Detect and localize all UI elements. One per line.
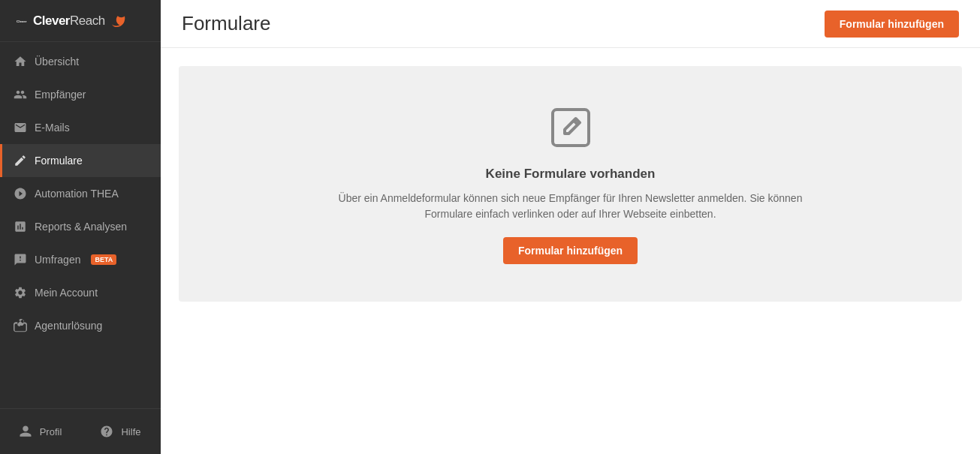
sidebar-item-automation[interactable]: Automation THEA [0,177,161,210]
sidebar-item-label: Reports & Analysen [35,221,127,233]
users-icon [14,88,27,101]
sidebar-item-agentur[interactable]: Agenturlösung [0,309,161,342]
sidebar-nav: Übersicht Empfänger E-Mails Formulare [0,42,161,408]
sidebar-item-reports[interactable]: Reports & Analysen [0,210,161,243]
empty-state-title: Keine Formulare vorhanden [486,167,656,182]
sidebar-item-label: E-Mails [35,122,70,134]
automation-icon [14,187,27,200]
svg-text:Clever: Clever [17,19,27,23]
sidebar-item-label: Mein Account [35,287,98,299]
sidebar-item-formulare[interactable]: Formulare [0,144,161,177]
add-form-button-empty[interactable]: Formular hinzufügen [503,237,638,264]
empty-state: Keine Formulare vorhanden Über ein Anmel… [179,66,962,302]
page-header: Formulare Formular hinzufügen [161,0,980,48]
sidebar-item-label: Empfänger [35,89,86,101]
svg-rect-1 [553,110,589,146]
bird-icon [111,15,126,27]
reports-icon [14,220,27,233]
sidebar-item-account[interactable]: Mein Account [0,276,161,309]
form-icon [14,154,27,167]
sidebar-item-uebersicht[interactable]: Übersicht [0,45,161,78]
page-title: Formulare [182,12,270,35]
settings-icon [14,286,27,299]
profile-icon [19,425,32,438]
logo: Clever CleverReach [0,0,161,42]
sidebar-item-umfragen[interactable]: Umfragen Beta [0,243,161,276]
empty-state-description: Über ein Anmeldeformular können sich neu… [323,191,819,222]
home-icon [14,55,27,68]
logo-text: CleverReach [33,14,126,29]
sidebar-item-label: Übersicht [35,56,79,68]
sidebar-bottom: Profil Hilfe [0,408,161,454]
sidebar-item-emails[interactable]: E-Mails [0,111,161,144]
sidebar-bottom-label: Profil [40,426,62,437]
sidebar-item-label: Umfragen [35,254,80,266]
help-icon [100,425,113,438]
sidebar-item-label: Formulare [35,155,83,167]
agency-icon [14,319,27,332]
content-area: Keine Formulare vorhanden Über ein Anmel… [161,48,980,454]
form-edit-icon [547,104,595,152]
sidebar: Clever CleverReach Übersicht Empfänger [0,0,161,454]
add-form-button-header[interactable]: Formular hinzufügen [825,11,959,38]
survey-icon [14,253,27,266]
beta-badge: Beta [91,254,116,265]
email-icon [14,121,27,134]
sidebar-item-hilfe[interactable]: Hilfe [80,415,161,448]
cleverreach-logo-icon: Clever [17,13,33,29]
sidebar-item-label: Agenturlösung [35,320,102,332]
sidebar-item-label: Automation THEA [35,188,119,200]
sidebar-item-empfaenger[interactable]: Empfänger [0,78,161,111]
main-content-area: Formulare Formular hinzufügen Keine Form… [161,0,980,454]
empty-state-icon [547,104,595,155]
sidebar-item-profil[interactable]: Profil [0,415,80,448]
sidebar-bottom-label: Hilfe [121,426,140,437]
